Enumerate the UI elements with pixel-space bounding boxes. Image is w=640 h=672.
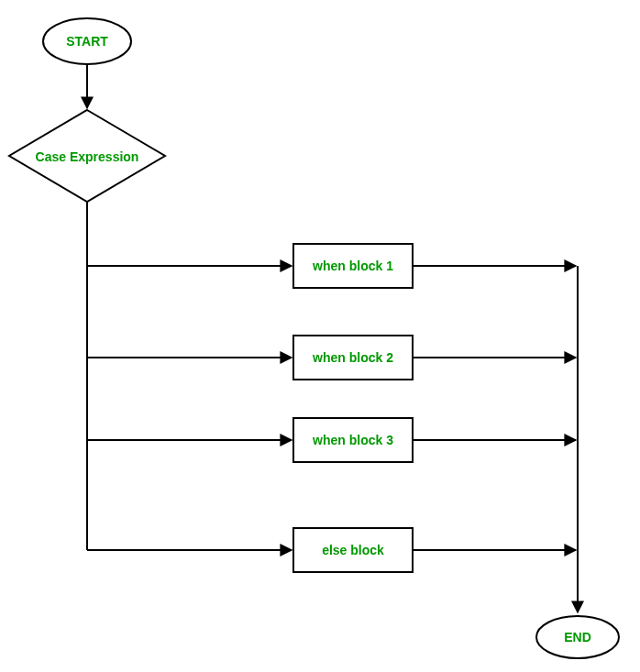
block2-label: when block 2 <box>312 350 393 365</box>
flowchart-canvas: START Case Expression when block 1 when … <box>0 0 640 672</box>
decision-node: Case Expression <box>9 110 165 202</box>
start-label: START <box>66 34 108 49</box>
else-label: else block <box>322 543 384 557</box>
end-node: END <box>536 616 619 658</box>
block3-label: when block 3 <box>312 433 393 447</box>
when-block-3: when block 3 <box>87 418 576 462</box>
else-block: else block <box>87 528 576 572</box>
decision-label: Case Expression <box>36 149 139 164</box>
end-label: END <box>564 630 591 644</box>
when-block-1: when block 1 <box>87 244 576 288</box>
start-node: START <box>43 18 131 64</box>
when-block-2: when block 2 <box>87 336 576 380</box>
block1-label: when block 1 <box>312 259 393 273</box>
